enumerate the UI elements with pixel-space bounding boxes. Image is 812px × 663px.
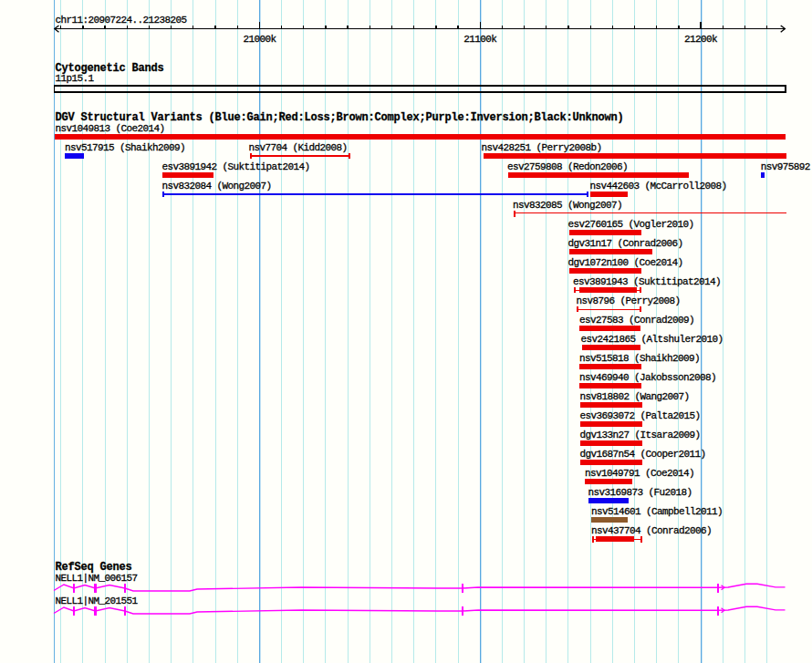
svg-text:nsv3169873 (Fu2018): nsv3169873 (Fu2018) [588,487,692,498]
svg-text:esv2421865 (Altshuler2010): esv2421865 (Altshuler2010) [581,334,724,345]
svg-text:nsv8796 (Perry2008): nsv8796 (Perry2008) [577,295,681,306]
svg-text:esv2759808 (Redon2006): esv2759808 (Redon2006) [507,161,628,172]
svg-text:esv3693072 (Palta2015): esv3693072 (Palta2015) [580,410,701,421]
svg-text:nsv428251 (Perry2008b): nsv428251 (Perry2008b) [482,142,602,153]
svg-text:NELL1|NM_006157: NELL1|NM_006157 [56,573,138,584]
svg-text:nsv469940 (Jakobsson2008): nsv469940 (Jakobsson2008) [579,372,716,383]
svg-text:11p15.1: 11p15.1 [56,73,95,84]
svg-text:nsv442603 (McCarroll2008): nsv442603 (McCarroll2008) [590,181,727,192]
svg-text:esv3891943 (Suktitipat2014): esv3891943 (Suktitipat2014) [573,276,721,287]
svg-text:nsv515818 (Shaikh2009): nsv515818 (Shaikh2009) [579,353,700,364]
svg-text:chr11:20907224..21238205: chr11:20907224..21238205 [56,15,187,26]
svg-text:21100k: 21100k [463,34,497,45]
svg-text:nsv514601 (Campbell2011): nsv514601 (Campbell2011) [591,506,723,517]
svg-text:nsv437704 (Conrad2006): nsv437704 (Conrad2006) [591,525,712,536]
svg-text:dgv1687n54 (Cooper2011): dgv1687n54 (Cooper2011) [580,449,706,460]
svg-text:esv27583 (Conrad2009): esv27583 (Conrad2009) [579,315,694,326]
svg-text:nsv1049813 (Coe2014): nsv1049813 (Coe2014) [56,123,165,134]
svg-text:dgv133n27 (Itsara2009): dgv133n27 (Itsara2009) [580,430,701,440]
svg-text:nsv832084 (Wong2007): nsv832084 (Wong2007) [162,181,272,192]
svg-text:nsv1049791 (Coe2014): nsv1049791 (Coe2014) [585,468,694,479]
svg-text:21000k: 21000k [243,34,276,45]
svg-text:nsv975892: nsv975892 [761,161,810,172]
svg-text:nsv517915 (Shaikh2009): nsv517915 (Shaikh2009) [65,142,185,153]
svg-text:dgv1072n100 (Coe2014): dgv1072n100 (Coe2014) [568,257,683,268]
svg-text:dgv31n17 (Conrad2006): dgv31n17 (Conrad2006) [568,238,683,249]
svg-text:esv3891942 (Suktitipat2014): esv3891942 (Suktitipat2014) [162,161,310,172]
svg-text:21200k: 21200k [684,34,718,45]
svg-text:esv2760165 (Vogler2010): esv2760165 (Vogler2010) [568,219,694,230]
svg-text:nsv7704 (Kidd2008): nsv7704 (Kidd2008) [249,142,348,153]
svg-text:nsv818802 (Wang2007): nsv818802 (Wang2007) [580,391,690,402]
svg-text:NELL1|NM_201551: NELL1|NM_201551 [56,596,139,606]
svg-text:nsv832085 (Wong2007): nsv832085 (Wong2007) [513,200,622,211]
